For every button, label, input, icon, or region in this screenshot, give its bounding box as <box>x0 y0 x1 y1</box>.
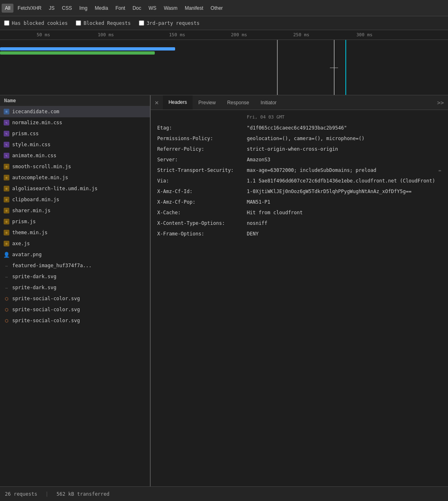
file-item-autocomplete[interactable]: ⊙ autocomplete.min.js <box>0 172 150 183</box>
header-key-xcto: X-Content-Type-Options: <box>157 220 247 227</box>
file-item-animate[interactable]: ✎ animate.min.css <box>0 150 150 161</box>
header-row-xamzcfpop: X-Amz-Cf-Pop: MAN51-P1 <box>151 197 448 207</box>
file-name-prism-js: prism.js <box>12 219 36 224</box>
tab-response[interactable]: Response <box>222 95 255 110</box>
header-key-permissions: Permissions-Policy: <box>157 135 247 142</box>
blocked-requests-input[interactable] <box>76 20 81 26</box>
file-item-sharer[interactable]: ⊙ sharer.min.js <box>0 205 150 216</box>
header-key-via: Via: <box>157 177 247 185</box>
filter-css[interactable]: CSS <box>59 4 75 13</box>
file-name-sprite-dark-1: sprite-dark.svg <box>12 274 56 279</box>
file-icon-svg-sprite-dark-1: — <box>3 273 10 280</box>
close-button[interactable]: ✕ <box>151 95 163 110</box>
has-blocked-cookies-checkbox[interactable]: Has blocked cookies <box>4 20 68 26</box>
header-row-xfo: X-Frame-Options: DENY <box>151 229 448 239</box>
track-bar-green <box>0 51 155 55</box>
header-value-permissions: geolocation=(), camera=(), microphone=() <box>247 135 441 142</box>
tab-preview[interactable]: Preview <box>193 95 222 110</box>
third-party-requests-checkbox[interactable]: 3rd-party requests <box>139 20 200 26</box>
third-party-requests-input[interactable] <box>139 20 144 26</box>
file-item-clipboard[interactable]: ⊙ clipboard.min.js <box>0 194 150 205</box>
file-item-icecandidate[interactable]: ≡ icecandidate.com <box>0 106 150 117</box>
tab-headers[interactable]: Headers <box>163 95 193 110</box>
file-name-theme: theme.min.js <box>12 230 48 235</box>
file-item-normalize[interactable]: ✎ normalize.min.css <box>0 117 150 128</box>
filter-img[interactable]: Img <box>76 4 91 13</box>
file-item-prism-js[interactable]: ⊙ prism.js <box>0 216 150 227</box>
blocked-requests-checkbox[interactable]: Blocked Requests <box>76 20 131 26</box>
file-item-avatar[interactable]: 👤 avatar.png <box>0 249 150 260</box>
header-key-server: Server: <box>157 156 247 163</box>
status-requests: 26 requests <box>5 491 37 497</box>
header-row-server: Server: AmazonS3 <box>151 154 448 165</box>
filter-all[interactable]: All <box>2 4 13 13</box>
file-item-theme[interactable]: ⊙ theme.min.js <box>0 227 150 238</box>
tab-initiator[interactable]: Initiator <box>255 95 282 110</box>
file-item-sprite-social-1[interactable]: ⬡ sprite-social-color.svg <box>0 293 150 304</box>
header-value-partial: Fri, 04 03 GMT <box>247 114 441 121</box>
file-item-smooth-scroll[interactable]: ⊙ smooth-scroll.min.js <box>0 161 150 172</box>
edit-icon-sts[interactable]: ✏ <box>439 167 441 174</box>
header-value-server: AmazonS3 <box>247 156 441 163</box>
file-icon-svg-social-2: ⬡ <box>3 306 10 313</box>
header-key-xamzcfpop: X-Amz-Cf-Pop: <box>157 198 247 206</box>
file-item-sprite-dark-1[interactable]: — sprite-dark.svg <box>0 271 150 282</box>
filter-manifest[interactable]: Manifest <box>182 4 206 13</box>
file-name-sprite-social-2: sprite-social-color.svg <box>12 307 80 312</box>
file-name-featured-image: featured-image_huf374f7a... <box>12 263 92 268</box>
file-name-icecandidate: icecandidate.com <box>12 109 59 114</box>
file-item-axe[interactable]: ⊙ axe.js <box>0 238 150 249</box>
file-item-featured-image[interactable]: — featured-image_huf374f7a... <box>0 260 150 271</box>
filter-font[interactable]: Font <box>112 4 128 13</box>
header-row-xcache: X-Cache: Hit from cloudfront <box>151 207 448 218</box>
filter-ws[interactable]: WS <box>145 4 160 13</box>
file-name-sprite-social-3: sprite-social-color.svg <box>12 318 80 323</box>
file-item-style[interactable]: ✎ style.min.css <box>0 139 150 150</box>
file-icon-svg-social-3: ⬡ <box>3 317 10 324</box>
main-split: Name ≡ icecandidate.com ✎ normalize.min.… <box>0 95 448 486</box>
timeline-marker-gray <box>277 40 278 95</box>
file-list-panel: Name ≡ icecandidate.com ✎ normalize.min.… <box>0 95 151 486</box>
file-item-sprite-social-2[interactable]: ⬡ sprite-social-color.svg <box>0 304 150 315</box>
tick-250ms: 250 ms <box>293 32 310 37</box>
file-name-sharer: sharer.min.js <box>12 208 51 213</box>
filter-js[interactable]: JS <box>46 4 58 13</box>
file-list-header: Name <box>0 95 150 106</box>
file-name-sprite-dark-2: sprite-dark.svg <box>12 285 56 290</box>
filter-fetch-xhr[interactable]: Fetch/XHR <box>14 4 45 13</box>
file-item-sprite-social-3[interactable]: ⬡ sprite-social-color.svg <box>0 315 150 326</box>
file-icon-css-animate: ✎ <box>3 152 10 159</box>
filter-other[interactable]: Other <box>207 4 226 13</box>
header-row-partial: Fri, 04 03 GMT <box>151 112 448 123</box>
file-icon-css-style: ✎ <box>3 141 10 148</box>
headers-panel: ✕ Headers Preview Response Initiator >> … <box>151 95 448 486</box>
file-icon-js-autocomplete: ⊙ <box>3 174 10 181</box>
headers-tabs: ✕ Headers Preview Response Initiator >> <box>151 95 448 110</box>
header-value-referrer: strict-origin-when-cross-origin <box>247 145 441 153</box>
filter-media[interactable]: Media <box>92 4 112 13</box>
file-item-algoliasearch[interactable]: ⊙ algoliasearch-lite.umd.min.js <box>0 183 150 194</box>
header-key-partial <box>157 114 247 121</box>
has-blocked-cookies-input[interactable] <box>4 20 9 26</box>
header-row-via: Via: 1.1 5ae81f496dd607ce72c6dfb1436e1eb… <box>151 176 448 186</box>
file-icon-js-prism: ⊙ <box>3 218 10 225</box>
file-icon-doc: ≡ <box>3 108 10 115</box>
timeline-marker-cyan <box>345 40 346 95</box>
tab-more-button[interactable]: >> <box>433 99 448 106</box>
filter-doc[interactable]: Doc <box>129 4 144 13</box>
file-icon-css-normalize: ✎ <box>3 119 10 126</box>
filter-wasm[interactable]: Wasm <box>160 4 181 13</box>
file-item-sprite-dark-2[interactable]: — sprite-dark.svg <box>0 282 150 293</box>
file-item-prism-css[interactable]: ✎ prism.css <box>0 128 150 139</box>
header-value-xamzcfid: 1-0XjtiWKlJEj0nOoz6gW5TdkrD5lqhPPygWughN… <box>247 188 441 195</box>
header-key-xamzcfid: X-Amz-Cf-Id: <box>157 188 247 195</box>
header-value-xfo: DENY <box>247 230 441 237</box>
file-icon-js-algolia: ⊙ <box>3 185 10 192</box>
header-row-xcto: X-Content-Type-Options: nosniff <box>151 218 448 229</box>
header-key-xcache: X-Cache: <box>157 209 247 216</box>
header-row-xamzcfid: X-Amz-Cf-Id: 1-0XjtiWKlJEj0nOoz6gW5TdkrD… <box>151 186 448 197</box>
header-value-xamzcfpop: MAN51-P1 <box>247 198 441 206</box>
header-value-xcache: Hit from cloudfront <box>247 209 441 216</box>
timeline-crosshair <box>330 40 338 95</box>
headers-content: Fri, 04 03 GMT Etag: "d1f065cc16caeec6c4… <box>151 110 448 486</box>
